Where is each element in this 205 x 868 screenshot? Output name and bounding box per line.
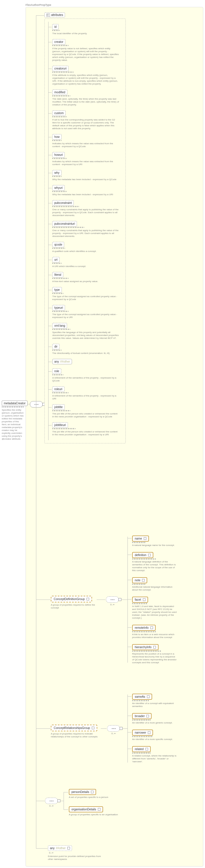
child-name: nameA natural language name for the conc… [132, 535, 181, 547]
attribute-qcode: qcodeA qualified code which identifies a… [52, 242, 123, 253]
group-badge: ConceptRelationshipsGroup [51, 725, 97, 731]
connector [127, 580, 131, 580]
attribute-uri: uriA URI which identifies a concept. [52, 257, 123, 268]
attribute-label: dir [54, 345, 57, 348]
attribute-badge: roleuri [52, 386, 65, 392]
cardinality: 0..∞ [106, 603, 119, 606]
attribute-desc: One or many constraints that apply to pu… [52, 208, 119, 217]
decorator [132, 631, 156, 632]
connector [127, 732, 131, 733]
attribute-desc: The directionality of textual content (e… [52, 352, 119, 355]
attribute-howuri: howuriIndicates by which means the value… [52, 152, 123, 166]
connector [48, 425, 52, 426]
decorator [52, 349, 61, 351]
attribute-badge: type [52, 287, 62, 292]
attribute-label: jobtitleuri [54, 424, 66, 427]
organisation-details: organisationDetails A group of propertie… [69, 806, 118, 816]
element-badge: hierarchyInfo [132, 644, 158, 650]
attribute-label: jobtitle [54, 405, 63, 409]
connector [127, 555, 131, 555]
any-label: any [54, 360, 59, 363]
element-label: related [135, 747, 144, 751]
connector [48, 389, 52, 390]
decorator [52, 374, 63, 375]
attribute-label: creatoruri [54, 67, 67, 70]
type-container: attributes idThe local identifier of the… [26, 7, 203, 867]
child-broader: broaderAn identifier of a more generic c… [132, 713, 181, 724]
attribute-label: modified [54, 91, 65, 94]
element-desc: A set of properties specific to a person [69, 796, 108, 799]
attribute-desc: Indicates by which means the value was e… [52, 142, 119, 148]
children-list: sameAsAn identifier of a concept with eq… [132, 691, 181, 768]
group-label: ConceptDefinitionGroup [54, 597, 85, 601]
attribute-desc: A free-text value assigned as property v… [52, 280, 119, 283]
decorator [52, 311, 69, 312]
decorator [132, 650, 161, 652]
attribute-badge: qcode [52, 242, 64, 247]
attribute-role: roleA refinement of the semantics of the… [52, 368, 123, 382]
connector [127, 537, 128, 663]
connector [48, 188, 52, 188]
decorator [52, 71, 74, 73]
any-namespace: ##other [56, 846, 66, 850]
attribute-badge: uri [52, 257, 59, 262]
attribute-label: pubconstraint [54, 201, 72, 205]
attribute-desc: If the attribute is empty, specifies whi… [52, 74, 119, 86]
element-label: sameAs [135, 695, 145, 698]
decorator [52, 410, 70, 411]
attribute-badge: how [52, 134, 61, 140]
attribute-desc: A refinement of the semantics of the pro… [52, 376, 119, 382]
attribute-how: howIndicates by which means the value wa… [52, 134, 123, 148]
decorator [2, 406, 24, 407]
connector [48, 92, 52, 93]
connector [48, 347, 52, 347]
attribute-why: whyWhy the metadata has been included - … [52, 170, 123, 181]
connector [48, 275, 52, 275]
attribute-jobtitle: jobtitleThe job title of the person who … [52, 404, 123, 418]
element-desc: A related concept, where the relationshi… [132, 754, 177, 763]
attribute-label: why [54, 171, 59, 174]
decorator [132, 558, 156, 560]
connector [48, 113, 52, 114]
person-details: personDetails A set of properties specif… [69, 789, 108, 799]
decorator [52, 95, 70, 96]
element-label: narrower [135, 731, 146, 734]
attribute-badge: howuri [52, 152, 65, 158]
attribute-desc: A qualified code which identifies a conc… [52, 250, 119, 253]
attribute-custom: customIf set to true the corresponding p… [52, 110, 123, 130]
element-desc: An identifier of a more specific concept… [132, 738, 177, 741]
attribute-desc: The job title of the person who created … [52, 412, 119, 418]
group-label: ConceptRelationshipsGroup [54, 726, 90, 730]
attribute-badge: dir [52, 344, 59, 349]
attribute-desc: Why the metadata has been included - exp… [52, 178, 119, 181]
element-desc: Additional natural language information … [132, 586, 177, 591]
element-badge: metadataCreator [2, 401, 28, 406]
concept-relationships-group: ConceptRelationshipsGroup A group of pro… [51, 725, 100, 738]
element-label: note [135, 579, 140, 582]
connector [48, 326, 52, 326]
decorator [52, 158, 67, 159]
any-label: any [50, 846, 55, 850]
attribute-label: uri [54, 258, 57, 261]
connector [127, 538, 131, 538]
connector [36, 728, 51, 729]
decorator [52, 278, 69, 279]
attribute-label: typeuri [54, 306, 63, 309]
child-definition: definitionA natural language definition … [132, 552, 181, 572]
element-badge: organisationDetails [69, 806, 103, 812]
attributes-label: attributes [51, 13, 63, 17]
attribute-label: how [54, 135, 59, 138]
any-badge: any ##other [48, 845, 72, 851]
choice-compositor: 0..∞ [45, 798, 58, 807]
decorator [52, 263, 61, 264]
group-desc: A group of properties required to indica… [51, 733, 100, 738]
decorator [52, 428, 76, 429]
concept-definition-group: ConceptDefinitionGroup A group of proper… [51, 596, 100, 609]
attribute-badge: xml:lang [52, 323, 67, 329]
root-element: metadataCreator Specifies the entity (pe… [2, 401, 24, 440]
element-label: personDetails [72, 790, 89, 794]
attribute-any: any ##other [52, 359, 123, 364]
attribute-label: type [54, 288, 60, 291]
attribute-whyuri: whyuriWhy the metadata has been included… [52, 185, 123, 196]
attribute-badge: pubconstraint [52, 200, 74, 206]
